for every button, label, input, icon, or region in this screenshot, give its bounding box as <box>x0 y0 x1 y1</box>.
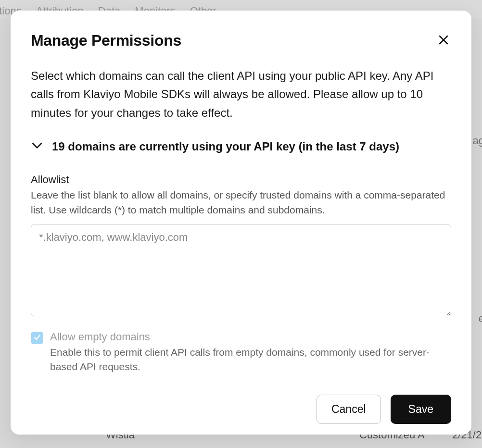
expander-label: 19 domains are currently using your API … <box>52 140 399 153</box>
allowlist-label: Allowlist <box>31 174 451 186</box>
modal-title: Manage Permissions <box>31 32 181 50</box>
save-button[interactable]: Save <box>391 395 451 424</box>
allow-empty-checkbox[interactable] <box>31 332 43 344</box>
check-icon <box>33 334 41 343</box>
modal-header: Manage Permissions <box>31 32 451 50</box>
modal-footer: Cancel Save <box>31 381 451 424</box>
close-icon <box>438 34 449 47</box>
allow-empty-row: Allow empty domains Enable this to permi… <box>31 331 451 374</box>
domains-expander[interactable]: 19 domains are currently using your API … <box>31 139 451 153</box>
cancel-button[interactable]: Cancel <box>317 395 381 424</box>
close-button[interactable] <box>436 32 451 49</box>
chevron-down-icon <box>31 139 43 153</box>
allowlist-textarea[interactable] <box>31 224 451 316</box>
allow-empty-hint: Enable this to permit client API calls f… <box>50 345 451 374</box>
allowlist-field: Allowlist Leave the list blank to allow … <box>31 174 451 318</box>
allowlist-hint: Leave the list blank to allow all domain… <box>31 188 451 217</box>
modal-description: Select which domains can call the client… <box>31 67 451 122</box>
allow-empty-body: Allow empty domains Enable this to permi… <box>50 331 451 374</box>
manage-permissions-modal: Manage Permissions Select which domains … <box>11 11 471 435</box>
allow-empty-label: Allow empty domains <box>50 331 451 343</box>
